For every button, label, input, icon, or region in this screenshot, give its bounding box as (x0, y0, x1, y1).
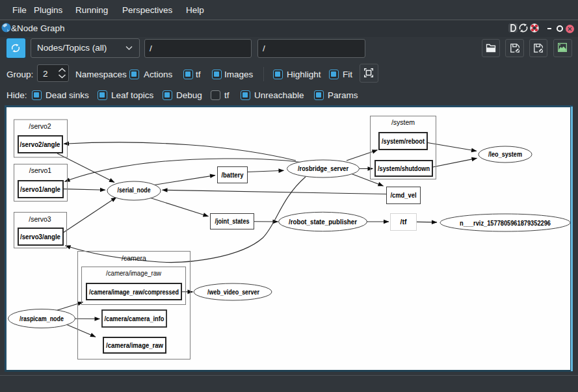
svg-text:/camera: /camera (122, 254, 146, 262)
svg-text:/servo3: /servo3 (29, 215, 51, 223)
svg-text:/leo_system: /leo_system (488, 150, 522, 158)
svg-text:/battery: /battery (222, 171, 244, 179)
svg-text:/web_video_server: /web_video_server (207, 288, 259, 296)
svg-text:/system: /system (391, 118, 415, 126)
svg-text:n___rviz_1577805961879352296: n___rviz_1577805961879352296 (460, 219, 551, 227)
svg-text:/robot_state_publisher: /robot_state_publisher (289, 218, 357, 226)
svg-text:/camera/camera_info: /camera/camera_info (105, 315, 164, 322)
svg-text:/system/shutdown: /system/shutdown (378, 164, 430, 172)
svg-text:/serial_node: /serial_node (118, 186, 151, 194)
svg-text:/camera/image_raw/compressed: /camera/image_raw/compressed (89, 288, 179, 296)
svg-text:/servo1/angle: /servo1/angle (20, 185, 60, 193)
svg-text:/camera/image_raw: /camera/image_raw (106, 341, 164, 349)
svg-text:/camera/image_raw: /camera/image_raw (106, 269, 161, 277)
svg-text:/servo3/angle: /servo3/angle (20, 233, 60, 241)
svg-text:/cmd_vel: /cmd_vel (391, 191, 417, 199)
svg-text:/servo1: /servo1 (29, 166, 52, 174)
svg-text:/tf: /tf (401, 218, 407, 226)
svg-text:/servo2: /servo2 (29, 122, 51, 130)
svg-text:/rosbridge_server: /rosbridge_server (298, 164, 348, 172)
svg-text:/joint_states: /joint_states (215, 217, 250, 225)
svg-text:/servo2/angle: /servo2/angle (20, 140, 60, 148)
svg-text:/raspicam_node: /raspicam_node (20, 315, 64, 322)
svg-text:/system/reboot: /system/reboot (382, 137, 425, 145)
